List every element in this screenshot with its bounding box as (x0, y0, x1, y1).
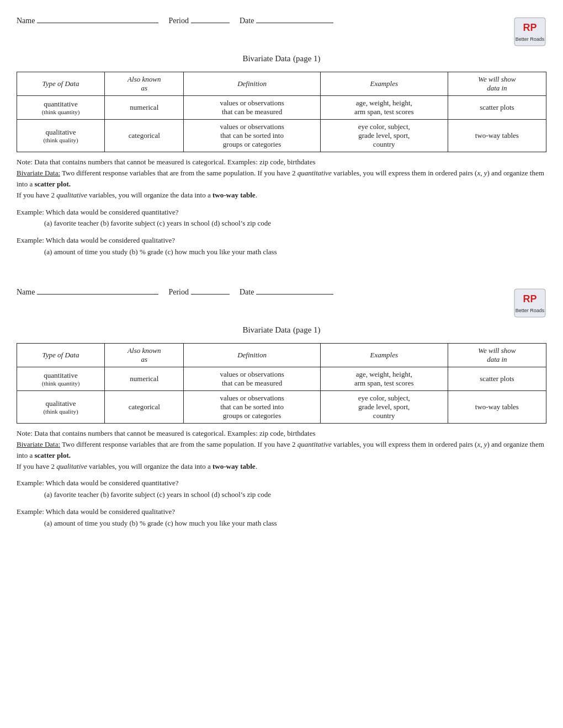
period-label-1: Period (168, 17, 189, 25)
svg-text:Better Roads: Better Roads (516, 308, 545, 313)
ex-quantitative-2: age, weight, height,arm span, test score… (320, 367, 448, 390)
col-examples-header-2: Examples (320, 343, 448, 367)
col-show-header-2: We will showdata in (448, 343, 546, 367)
example2-question-1: Example: Which data would be considered … (17, 235, 546, 247)
period-line-2 (191, 294, 230, 295)
logo-2: RP Better Roads (513, 288, 546, 318)
ex-quantitative-1: age, weight, height,arm span, test score… (320, 96, 448, 120)
show-qualitative-2: two-way tables (448, 390, 546, 423)
header-row-2: Name Period Date RP Better Roads (17, 288, 546, 318)
def-qualitative-1: values or observationsthat can be sorted… (184, 120, 320, 152)
note1-text-2: Note: Data that contains numbers that ca… (17, 428, 546, 439)
col-type-header-2: Type of Data (17, 343, 105, 367)
header-fields-1: Name Period Date (17, 17, 513, 25)
table-row-quantitative-2: quantitative(think quantity) numerical v… (17, 367, 546, 390)
note3-text-1: If you have 2 qualitative variables, you… (17, 190, 546, 201)
note1-text-1: Note: Data that contains numbers that ca… (17, 157, 546, 168)
def-quantitative-2: values or observationsthat can be measur… (184, 367, 320, 390)
col-alsoknown-header-1: Also knownas (105, 72, 184, 96)
note3-text-2: If you have 2 qualitative variables, you… (17, 461, 546, 472)
date-label-2: Date (240, 288, 254, 297)
name-label-1: Name (17, 17, 35, 25)
example1-section-1: Example: Which data would be considered … (17, 207, 546, 230)
page-title-2: Bivariate Data (page 1) (17, 324, 546, 335)
date-line-1 (256, 23, 333, 23)
example2-answer-1: (a) amount of time you study (b) % grade… (44, 247, 546, 258)
show-quantitative-2: scatter plots (448, 367, 546, 390)
note2-text-1: Bivariate Data: Two different response v… (17, 168, 546, 190)
name-label-2: Name (17, 288, 35, 297)
type-qualitative-1: qualitative(think quality) (17, 120, 105, 152)
type-quantitative-1: quantitative(think quantity) (17, 96, 105, 120)
example2-section-2: Example: Which data would be considered … (17, 506, 546, 529)
period-line-1 (191, 23, 230, 23)
example1-question-1: Example: Which data would be considered … (17, 207, 546, 218)
example2-section-1: Example: Which data would be considered … (17, 235, 546, 258)
name-line-2 (37, 294, 158, 295)
note-section-2: Note: Data that contains numbers that ca… (17, 428, 546, 473)
col-type-header-1: Type of Data (17, 72, 105, 96)
header-fields-2: Name Period Date (17, 288, 513, 297)
def-quantitative-1: values or observationsthat can be measur… (184, 96, 320, 120)
page-1: Name Period Date RP Better Roads Bivaria… (17, 0, 546, 271)
type-quantitative-2: quantitative(think quantity) (17, 367, 105, 390)
note-section-1: Note: Data that contains numbers that ca… (17, 157, 546, 201)
bivariate-table-1: Type of Data Also knownas Definition Exa… (17, 72, 546, 152)
date-line-2 (256, 294, 333, 295)
page-title-1: Bivariate Data (page 1) (17, 52, 546, 64)
show-quantitative-1: scatter plots (448, 96, 546, 120)
col-alsoknown-header-2: Also knownas (105, 343, 184, 367)
note2-text-2: Bivariate Data: Two different response v… (17, 439, 546, 461)
svg-text:RP: RP (523, 22, 537, 33)
date-label-1: Date (240, 17, 254, 25)
ex-qualitative-1: eye color, subject,grade level, sport,co… (320, 120, 448, 152)
def-qualitative-2: values or observationsthat can be sorted… (184, 390, 320, 423)
also-categorical-2: categorical (105, 390, 184, 423)
also-numerical-2: numerical (105, 367, 184, 390)
example1-answer-2: (a) favorite teacher (b) favorite subjec… (44, 489, 546, 501)
also-categorical-1: categorical (105, 120, 184, 152)
table-row-quantitative-1: quantitative(think quantity) numerical v… (17, 96, 546, 120)
example2-answer-2: (a) amount of time you study (b) % grade… (44, 518, 546, 529)
example1-answer-1: (a) favorite teacher (b) favorite subjec… (44, 218, 546, 229)
ex-qualitative-2: eye color, subject,grade level, sport,co… (320, 390, 448, 423)
show-qualitative-1: two-way tables (448, 120, 546, 152)
page-2: Name Period Date RP Better Roads Bivaria… (17, 271, 546, 543)
table-row-qualitative-2: qualitative(think quality) categorical v… (17, 390, 546, 423)
example1-question-2: Example: Which data would be considered … (17, 478, 546, 489)
table-row-qualitative-1: qualitative(think quality) categorical v… (17, 120, 546, 152)
example1-section-2: Example: Which data would be considered … (17, 478, 546, 501)
name-line-1 (37, 23, 158, 23)
header-row-1: Name Period Date RP Better Roads (17, 17, 546, 47)
svg-text:RP: RP (523, 293, 537, 304)
col-examples-header-1: Examples (320, 72, 448, 96)
type-qualitative-2: qualitative(think quality) (17, 390, 105, 423)
bivariate-table-2: Type of Data Also knownas Definition Exa… (17, 343, 546, 424)
period-label-2: Period (168, 288, 189, 297)
col-definition-header-2: Definition (184, 343, 320, 367)
col-show-header-1: We will showdata in (448, 72, 546, 96)
also-numerical-1: numerical (105, 96, 184, 120)
logo-1: RP Better Roads (513, 17, 546, 47)
col-definition-header-1: Definition (184, 72, 320, 96)
example2-question-2: Example: Which data would be considered … (17, 506, 546, 518)
svg-text:Better Roads: Better Roads (516, 36, 545, 42)
